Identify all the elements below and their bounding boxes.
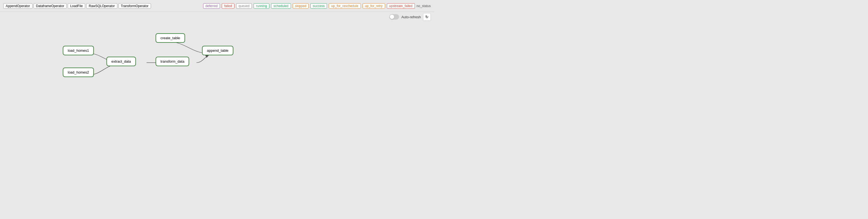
dag-node-create_table[interactable]: create_table bbox=[156, 33, 185, 43]
status-badge-up_for_retry[interactable]: up_for_retry bbox=[363, 3, 385, 9]
auto-refresh-label: Auto-refresh bbox=[401, 15, 421, 19]
status-badge-scheduled[interactable]: scheduled bbox=[271, 3, 291, 9]
status-list: deferredfailedqueuedrunningscheduledskip… bbox=[203, 3, 431, 9]
operator-badge-transformoperator[interactable]: TransformOperator bbox=[119, 3, 151, 9]
status-badge-queued[interactable]: queued bbox=[236, 3, 252, 9]
operator-badge-rawsqloperator[interactable]: RawSQLOperator bbox=[86, 3, 117, 9]
operator-badge-dataframeoperator[interactable]: DataframeOperator bbox=[34, 3, 67, 9]
status-badge-deferred[interactable]: deferred bbox=[203, 3, 220, 9]
status-badge-skipped[interactable]: skipped bbox=[292, 3, 309, 9]
status-badge-upstream_failed[interactable]: upstream_failed bbox=[387, 3, 415, 9]
dag-node-append_table[interactable]: append_table bbox=[202, 46, 234, 55]
dag-node-transform_data[interactable]: transform_data bbox=[156, 57, 189, 66]
status-badge-up_for_reschedule[interactable]: up_for_reschedule bbox=[329, 3, 361, 9]
auto-refresh-toggle[interactable] bbox=[389, 14, 399, 20]
dag-arrows bbox=[0, 22, 434, 110]
operator-badge-loadfile[interactable]: LoadFile bbox=[68, 3, 85, 9]
status-badge-no_status[interactable]: no_status bbox=[416, 4, 431, 8]
dag-node-load_homes1[interactable]: load_homes1 bbox=[63, 46, 94, 55]
top-bar: AppendOperatorDataframeOperatorLoadFileR… bbox=[0, 0, 434, 12]
dag-node-extract_data[interactable]: extract_data bbox=[106, 57, 136, 66]
status-badge-failed[interactable]: failed bbox=[222, 3, 235, 9]
dag-node-load_homes2[interactable]: load_homes2 bbox=[63, 68, 94, 77]
toggle-knob bbox=[390, 15, 394, 19]
refresh-button[interactable]: ↻ bbox=[423, 13, 431, 21]
operator-list: AppendOperatorDataframeOperatorLoadFileR… bbox=[3, 3, 151, 9]
status-badge-success[interactable]: success bbox=[310, 3, 327, 9]
dag-canvas: load_homes1load_homes2extract_datacreate… bbox=[0, 22, 434, 110]
status-badge-running[interactable]: running bbox=[254, 3, 270, 9]
toolbar: Auto-refresh ↻ bbox=[0, 12, 434, 22]
operator-badge-appendoperator[interactable]: AppendOperator bbox=[3, 3, 32, 9]
